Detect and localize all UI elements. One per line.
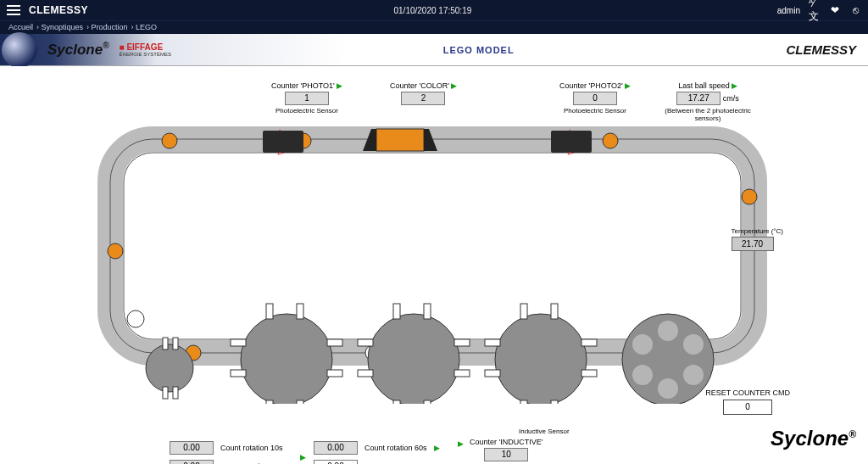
svg-rect-36 bbox=[424, 400, 431, 404]
rotation-60s: 0.00 Count rotation 60s ▶ bbox=[314, 441, 440, 455]
temperature-label: Temperature (°C) bbox=[732, 227, 783, 235]
counter-inductive: Counter 'INDUCTIVE' 10 bbox=[470, 438, 542, 461]
svg-rect-28 bbox=[231, 339, 246, 346]
counter-label: Last ball speed bbox=[678, 81, 730, 90]
play-icon: ▶ bbox=[337, 81, 342, 90]
play-icon: ▶ bbox=[300, 453, 306, 461]
temperature-display: Temperature (°C) 21.70 bbox=[732, 227, 783, 251]
svg-rect-44 bbox=[520, 400, 527, 404]
rotation-value[interactable]: 0.00 bbox=[314, 460, 358, 464]
counter-value: 17.27 bbox=[676, 92, 721, 105]
svg-rect-46 bbox=[485, 339, 500, 346]
page-title: LEGO MODEL bbox=[171, 45, 787, 55]
brand-name: CLEMESSY bbox=[29, 4, 88, 16]
svg-point-8 bbox=[108, 243, 123, 259]
hamburger-icon[interactable] bbox=[7, 3, 20, 17]
svg-rect-33 bbox=[393, 304, 400, 319]
svg-rect-26 bbox=[266, 400, 273, 404]
reset-counter-cmd: RESET COUNTER CMD 0 bbox=[705, 389, 790, 415]
svg-rect-42 bbox=[520, 304, 527, 319]
user-name: admin bbox=[777, 6, 800, 15]
rotation-value: 0.00 bbox=[170, 460, 214, 464]
svg-point-18 bbox=[146, 344, 193, 392]
svg-rect-35 bbox=[393, 400, 400, 404]
logout-icon[interactable]: ⎋ bbox=[849, 4, 861, 16]
breadcrumb-item[interactable]: Accueil bbox=[8, 23, 33, 31]
sensor-mount-photo1 bbox=[263, 131, 303, 153]
svg-rect-48 bbox=[581, 339, 597, 346]
svg-rect-49 bbox=[581, 370, 597, 377]
svg-rect-21 bbox=[163, 387, 168, 399]
datetime-display: 01/10/2020 17:50:19 bbox=[88, 6, 777, 15]
page-banner: Syclone® ■ EIFFAGEÉNERGIE SYSTÈMES LEGO … bbox=[0, 34, 868, 66]
counter-speed: Last ball speed▶ 17.27 cm/s (Between the… bbox=[661, 81, 754, 122]
eiffage-logo: ■ EIFFAGEÉNERGIE SYSTÈMES bbox=[120, 42, 171, 57]
rotor-1 bbox=[231, 304, 342, 404]
reset-counter-value[interactable]: 0 bbox=[723, 400, 772, 415]
rotor-patterned bbox=[622, 314, 714, 404]
svg-point-51 bbox=[658, 321, 678, 341]
svg-point-7 bbox=[603, 133, 618, 148]
inductive-sensor-label: Inductive Sensor bbox=[519, 428, 570, 435]
language-icon[interactable]: ᴬ⁄文 bbox=[809, 4, 821, 16]
svg-rect-43 bbox=[551, 304, 558, 319]
svg-rect-19 bbox=[163, 338, 168, 349]
svg-point-56 bbox=[632, 334, 653, 355]
rotation-value: 0.00 bbox=[170, 441, 214, 455]
synoptic-canvas: Counter 'PHOTO1'▶ 1 Photoelectric Sensor… bbox=[0, 66, 868, 464]
syclone-logo-left: Syclone® bbox=[47, 41, 109, 59]
svg-rect-29 bbox=[231, 370, 246, 377]
rotor-2 bbox=[358, 304, 470, 404]
counter-label: Counter 'INDUCTIVE' bbox=[470, 438, 542, 446]
svg-point-41 bbox=[495, 314, 587, 404]
svg-rect-17 bbox=[376, 129, 424, 151]
svg-point-10 bbox=[127, 310, 144, 327]
svg-rect-20 bbox=[173, 338, 178, 349]
svg-rect-31 bbox=[327, 370, 342, 377]
sensor-label: Photoelectric Sensor bbox=[559, 107, 631, 115]
cmd-reset-rot: 0.00 CMD RESET ROT. MOT. bbox=[314, 460, 449, 464]
planet-icon bbox=[2, 32, 37, 68]
counter-value: 10 bbox=[484, 448, 528, 461]
svg-point-23 bbox=[241, 314, 332, 404]
breadcrumb: Accueil› Synoptiques› Production› LEGO bbox=[0, 20, 868, 34]
svg-point-55 bbox=[632, 365, 653, 385]
speed-unit: cm/s bbox=[723, 94, 739, 103]
play-icon: ▶ bbox=[451, 81, 457, 90]
play-icon: ▶ bbox=[434, 444, 440, 452]
counter-label: Counter 'PHOTO1' bbox=[271, 81, 335, 90]
svg-rect-37 bbox=[358, 339, 373, 346]
rotation-value: 0.00 bbox=[314, 441, 358, 455]
heartbeat-icon[interactable]: ❤ bbox=[829, 4, 841, 16]
sensor-mount-photo2 bbox=[551, 131, 592, 153]
breadcrumb-item[interactable]: LEGO bbox=[136, 23, 157, 31]
svg-rect-22 bbox=[173, 387, 178, 399]
temperature-value: 21.70 bbox=[732, 237, 774, 251]
reset-counter-label: RESET COUNTER CMD bbox=[705, 389, 790, 397]
svg-rect-34 bbox=[424, 304, 431, 319]
syclone-logo-bottom: Syclone® bbox=[771, 427, 856, 450]
rotation-label: Count rotation 10s bbox=[220, 444, 283, 452]
play-icon: ▶ bbox=[732, 81, 737, 90]
svg-point-54 bbox=[658, 378, 678, 399]
breadcrumb-item[interactable]: Synoptiques bbox=[42, 23, 84, 31]
rotation-label: Count rotation 60s bbox=[364, 444, 427, 452]
breadcrumb-item[interactable]: Production bbox=[92, 23, 128, 31]
svg-rect-2 bbox=[124, 153, 741, 339]
play-icon: ▶ bbox=[625, 81, 631, 90]
svg-point-3 bbox=[162, 133, 177, 148]
svg-point-53 bbox=[683, 365, 704, 385]
app-topbar: CLEMESSY 01/10/2020 17:50:19 admin ᴬ⁄文 ❤… bbox=[0, 0, 868, 20]
svg-point-52 bbox=[683, 334, 704, 355]
play-icon: ▶ bbox=[458, 439, 464, 448]
counter-color: Counter 'COLOR'▶ 2 bbox=[390, 81, 457, 105]
svg-rect-25 bbox=[297, 304, 303, 319]
counter-value: 1 bbox=[285, 92, 329, 105]
svg-rect-24 bbox=[266, 304, 273, 319]
svg-rect-47 bbox=[485, 370, 500, 377]
svg-rect-39 bbox=[454, 339, 470, 346]
svg-point-32 bbox=[368, 314, 459, 404]
svg-rect-45 bbox=[551, 400, 558, 404]
counter-value: 0 bbox=[573, 92, 617, 105]
rotation-20s: 0.00 Count rotation 20s bbox=[170, 460, 283, 464]
